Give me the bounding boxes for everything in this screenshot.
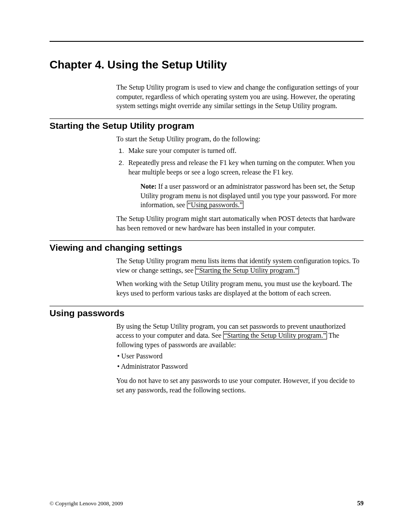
section-starting-body: To start the Setup Utility program, do t… <box>116 134 364 233</box>
note-text: If a user password or an administrator p… <box>140 183 357 208</box>
password-types-list: User Password Administrator Password <box>116 351 364 372</box>
note-block: Note: If a user password or an administr… <box>140 182 364 210</box>
page-footer: © Copyright Lenovo 2008, 2009 59 <box>50 500 364 507</box>
chapter-intro: The Setup Utility program is used to vie… <box>116 83 364 111</box>
steps-list: Make sure your computer is turned off. R… <box>116 146 364 210</box>
link-starting-setup[interactable]: “Starting the Setup Utility program.” <box>223 331 327 339</box>
paragraph: The Setup Utility program menu lists ite… <box>116 256 364 275</box>
link-starting-setup[interactable]: “Starting the Setup Utility program.” <box>195 266 299 274</box>
section-title-passwords: Using passwords <box>50 308 364 318</box>
note-label: Note: <box>140 183 156 190</box>
document-page: Chapter 4. Using the Setup Utility The S… <box>0 0 411 532</box>
paragraph: You do not have to set any passwords to … <box>116 376 364 395</box>
copyright-text: © Copyright Lenovo 2008, 2009 <box>50 500 123 507</box>
paragraph: By using the Setup Utility program, you … <box>116 322 364 350</box>
page-number: 59 <box>357 500 364 507</box>
section-title-starting: Starting the Setup Utility program <box>50 121 364 131</box>
chapter-title: Chapter 4. Using the Setup Utility <box>50 58 364 72</box>
lead-text: To start the Setup Utility program, do t… <box>116 134 364 144</box>
section-rule <box>50 306 364 306</box>
section-passwords-body: By using the Setup Utility program, you … <box>116 322 364 395</box>
top-horizontal-rule <box>50 41 364 42</box>
list-item: User Password <box>117 351 364 361</box>
section-rule <box>50 118 364 119</box>
section-title-viewing: Viewing and changing settings <box>50 243 364 253</box>
after-steps-text: The Setup Utility program might start au… <box>116 214 364 233</box>
paragraph: When working with the Setup Utility prog… <box>116 279 364 298</box>
link-using-passwords[interactable]: “Using passwords.” <box>187 201 243 209</box>
step-item: Make sure your computer is turned off. <box>126 146 364 156</box>
list-item: Administrator Password <box>117 361 364 372</box>
step-text: Repeatedly press and release the F1 key … <box>128 159 355 176</box>
section-viewing-body: The Setup Utility program menu lists ite… <box>116 256 364 298</box>
step-item: Repeatedly press and release the F1 key … <box>126 158 364 210</box>
section-rule <box>50 240 364 241</box>
